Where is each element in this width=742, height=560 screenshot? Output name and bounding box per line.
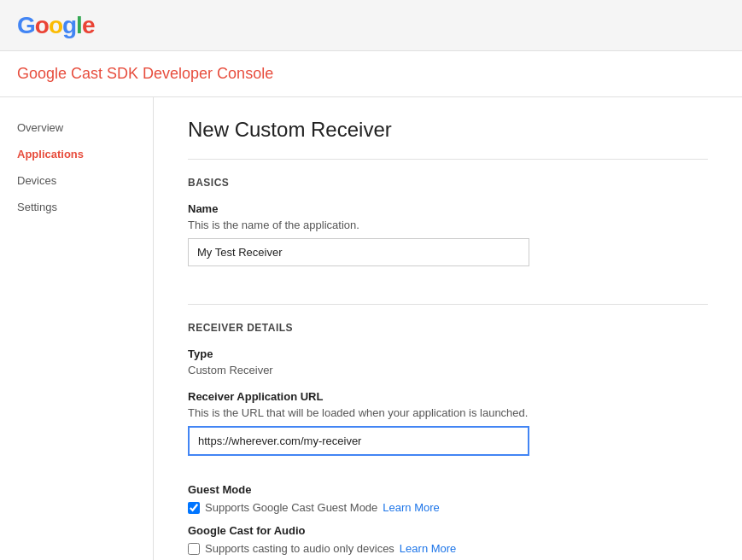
basics-header: BASICS — [188, 177, 708, 189]
url-field-description: This is the URL that will be loaded when… — [188, 406, 708, 419]
sidebar-item-devices[interactable]: Devices — [0, 167, 153, 194]
name-input[interactable] — [188, 238, 529, 266]
main-content: New Custom Receiver BASICS Name This is … — [154, 97, 742, 560]
sidebar-item-applications[interactable]: Applications — [0, 141, 153, 167]
title-divider — [188, 159, 708, 160]
cast-audio-learn-more[interactable]: Learn More — [400, 542, 456, 555]
google-logo: Google — [17, 12, 94, 39]
sidebar: Overview Applications Devices Settings — [0, 97, 154, 560]
console-title: Google Cast SDK Developer Console — [17, 65, 725, 83]
type-field-value: Custom Receiver — [188, 364, 708, 376]
logo-o1: o — [35, 12, 49, 38]
sub-header: Google Cast SDK Developer Console — [0, 51, 742, 97]
name-field-description: This is the name of the application. — [188, 219, 708, 231]
logo-g2: g — [62, 12, 76, 38]
url-input[interactable] — [188, 426, 529, 456]
receiver-details-header: RECEIVER DETAILS — [188, 322, 708, 334]
section-divider — [188, 304, 708, 305]
guest-mode-label: Guest Mode — [188, 483, 708, 496]
guest-mode-row: Supports Google Cast Guest Mode Learn Mo… — [188, 501, 708, 514]
cast-audio-row: Supports casting to audio only devices L… — [188, 542, 708, 555]
page-title: New Custom Receiver — [188, 118, 708, 142]
guest-mode-checkbox[interactable] — [188, 502, 200, 514]
layout: Overview Applications Devices Settings N… — [0, 97, 742, 560]
cast-audio-checkbox[interactable] — [188, 543, 200, 555]
top-bar: Google — [0, 0, 742, 51]
cast-audio-checkbox-label: Supports casting to audio only devices — [205, 542, 394, 555]
receiver-details-section: RECEIVER DETAILS Type Custom Receiver Re… — [188, 322, 708, 555]
sidebar-item-overview[interactable]: Overview — [0, 114, 153, 141]
guest-mode-checkbox-label: Supports Google Cast Guest Mode — [205, 501, 377, 514]
logo-l: l — [76, 12, 82, 38]
logo-o2: o — [49, 12, 62, 38]
cast-audio-label: Google Cast for Audio — [188, 524, 708, 537]
logo-e: e — [82, 12, 95, 38]
basics-section: BASICS Name This is the name of the appl… — [188, 177, 708, 283]
sidebar-item-settings[interactable]: Settings — [0, 194, 153, 220]
name-field-label: Name — [188, 202, 708, 215]
type-field-label: Type — [188, 347, 708, 360]
guest-mode-learn-more[interactable]: Learn More — [383, 501, 439, 514]
logo-g: G — [17, 12, 35, 38]
url-field-label: Receiver Application URL — [188, 390, 708, 403]
